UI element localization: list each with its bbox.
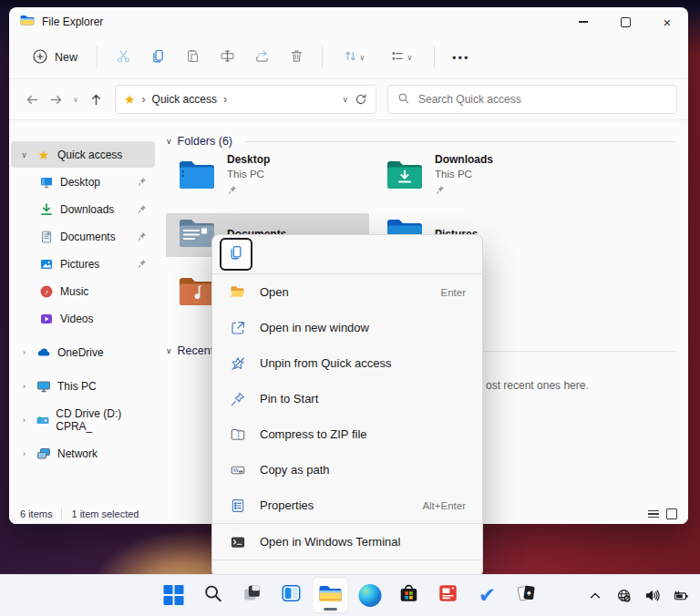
taskbar-search-button[interactable] (195, 577, 232, 613)
sidebar-item-pictures[interactable]: Pictures (11, 251, 155, 277)
context-menu: Open Enter Open in new window Unpin from… (211, 234, 483, 578)
taskbar-file-explorer-button[interactable] (313, 577, 349, 613)
view-button[interactable]: ∨ (376, 42, 426, 73)
search-box[interactable] (387, 85, 677, 114)
address-dropdown-chevron-icon[interactable]: ∨ (342, 95, 348, 104)
back-button[interactable] (20, 87, 44, 112)
sort-icon (343, 48, 358, 67)
cut-icon (116, 48, 131, 67)
start-button[interactable] (156, 577, 192, 613)
menu-item-unpin-from-quick-access[interactable]: Unpin from Quick access (212, 345, 482, 381)
up-button[interactable] (84, 87, 108, 112)
search-input[interactable] (417, 92, 667, 107)
menu-item-copy-as-path[interactable]: Copy as path (212, 452, 482, 488)
microsoft-store-button[interactable] (391, 577, 427, 613)
chevron-collapsed-icon[interactable]: › (18, 449, 30, 458)
chevron-collapsed-icon[interactable]: › (18, 382, 30, 391)
close-button[interactable]: × (646, 7, 688, 36)
breadcrumb-chevron-icon: › (142, 93, 146, 106)
menu-item-open[interactable]: Open Enter (212, 274, 482, 310)
details-view-toggle[interactable] (648, 510, 659, 518)
menu-item-open-in-new-window[interactable]: Open in new window (212, 310, 482, 345)
rename-button[interactable] (210, 42, 244, 73)
sidebar-item-music[interactable]: ♪ Music (11, 278, 155, 304)
videos-icon (38, 312, 55, 326)
zip-folder-icon (229, 426, 246, 443)
cut-button[interactable] (106, 42, 140, 73)
folders-group-label: Folders (6) (178, 135, 232, 148)
menu-item-open-in-windows-terminal[interactable]: Open in Windows Terminal (212, 524, 482, 560)
pictures-icon (38, 257, 55, 272)
menu-item-compress-to-zip[interactable]: Compress to ZIP file (212, 416, 482, 452)
recent-empty-hint-text: ost recent ones here. (486, 379, 589, 392)
maximize-button[interactable] (604, 7, 646, 36)
battery-icon[interactable] (669, 582, 691, 610)
sidebar-item-label: Music (60, 285, 88, 298)
properties-icon (229, 498, 246, 514)
chevron-expanded-icon[interactable]: ∨ (18, 150, 30, 159)
chevron-collapsed-icon[interactable]: › (18, 348, 30, 357)
paste-button[interactable] (175, 42, 210, 73)
sidebar-item-cd-drive[interactable]: › CD Drive (D:) CPRA_ (11, 406, 155, 433)
news-app-button[interactable] (430, 577, 467, 613)
widgets-button[interactable] (273, 577, 310, 613)
menu-item-label: Properties (260, 498, 314, 512)
chevron-expanded-icon: ∨ (166, 137, 172, 146)
file-explorer-icon (319, 582, 343, 608)
menu-item-pin-to-start[interactable]: Pin to Start (212, 381, 482, 416)
volume-icon[interactable] (641, 582, 663, 610)
menu-item-label: Open in new window (260, 321, 369, 334)
copy-quick-action-button[interactable] (220, 238, 252, 271)
edge-button[interactable] (352, 577, 388, 613)
delete-button[interactable] (279, 42, 314, 73)
pin-icon (227, 181, 270, 200)
downloads-icon (38, 202, 55, 217)
breadcrumb-chevron-icon[interactable]: › (223, 93, 227, 106)
edge-icon (358, 584, 381, 607)
share-button[interactable] (244, 42, 279, 73)
tile-desktop[interactable]: Desktop This PC (166, 155, 369, 199)
minimize-button[interactable] (562, 7, 604, 36)
sidebar-item-videos[interactable]: Videos (11, 305, 155, 332)
sidebar-item-label: Network (57, 447, 98, 460)
toolbar-separator (97, 46, 98, 68)
sidebar-item-this-pc[interactable]: › This PC (11, 373, 155, 399)
status-divider (61, 508, 62, 519)
navigation-bar: ∨ ★ › Quick access › ∨ (9, 79, 688, 120)
sidebar-item-quick-access[interactable]: ∨ ★ Quick access (11, 141, 155, 168)
address-bar[interactable]: ★ › Quick access › ∨ (115, 85, 376, 114)
forward-button[interactable] (44, 87, 67, 112)
more-options-button[interactable]: ••• (443, 51, 479, 65)
network-status-icon[interactable] (612, 582, 634, 610)
sidebar-item-label: Documents (60, 231, 116, 243)
sidebar-item-network[interactable]: › Network (11, 440, 155, 467)
recent-group-label: Recent (178, 344, 214, 357)
to-do-button[interactable]: ✔ (469, 577, 506, 613)
folders-group-header[interactable]: ∨ Folders (6) (166, 135, 675, 148)
network-icon (36, 447, 52, 461)
task-view-button[interactable] (234, 577, 271, 613)
copy-button[interactable] (140, 42, 175, 73)
pin-icon (435, 181, 493, 200)
window-title: File Explorer (42, 15, 103, 28)
sidebar-item-downloads[interactable]: Downloads (11, 196, 155, 222)
new-button[interactable]: New (22, 44, 88, 72)
copy-icon (150, 48, 166, 67)
refresh-button[interactable] (355, 93, 367, 106)
solitaire-button[interactable]: ♠ (509, 577, 545, 613)
recent-locations-button[interactable]: ∨ (67, 87, 84, 112)
chevron-collapsed-icon[interactable]: › (18, 416, 29, 425)
sidebar-item-onedrive[interactable]: › OneDrive (11, 339, 155, 365)
sidebar-item-desktop[interactable]: Desktop (11, 169, 155, 195)
sidebar-item-label: Quick access (57, 149, 122, 161)
tile-downloads[interactable]: Downloads This PC (374, 155, 577, 199)
music-folder-icon (178, 275, 216, 312)
sort-button[interactable]: ∨ (331, 42, 376, 73)
sidebar-item-documents[interactable]: Documents (11, 223, 155, 250)
breadcrumb-quick-access[interactable]: Quick access (152, 93, 217, 106)
large-icons-view-toggle[interactable] (666, 508, 677, 519)
tray-show-hidden-icons-button[interactable] (584, 582, 606, 610)
pin-icon (229, 391, 246, 407)
menu-item-properties[interactable]: Properties Alt+Enter (212, 488, 482, 523)
pin-icon (137, 204, 147, 214)
